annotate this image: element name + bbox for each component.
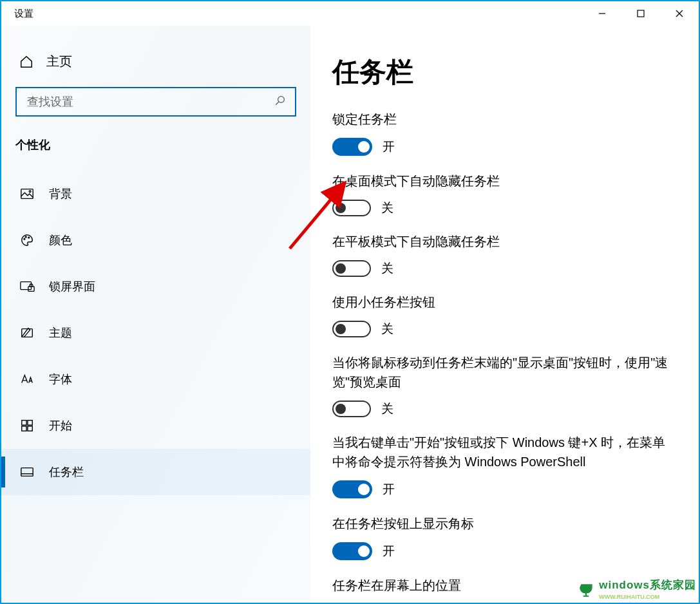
sidebar-item-colors[interactable]: 颜色 [1,217,310,263]
maximize-icon [636,9,645,18]
home-icon [19,55,33,69]
toggle-row: 开 [332,138,677,156]
close-icon [675,9,684,18]
sidebar-item-label: 背景 [49,186,72,202]
sidebar-nav: 背景 颜色 锁屏界面 [1,171,310,495]
toggle-state: 开 [383,543,395,560]
sidebar-item-lockscreen[interactable]: 锁屏界面 [1,263,310,310]
toggle-row: 关 [332,401,677,417]
svg-rect-17 [28,426,32,431]
setting-label: 在任务栏按钮上显示角标 [332,514,677,533]
search-box[interactable] [15,87,296,117]
svg-point-8 [24,238,25,240]
svg-rect-16 [22,426,26,431]
home-label: 主页 [46,53,72,70]
setting-label: 当我右键单击"开始"按钮或按下 Windows 键+X 时，在菜单中将命令提示符… [332,433,677,471]
close-button[interactable] [660,1,699,26]
sidebar-section-header: 个性化 [1,131,310,159]
toggle-powershell[interactable] [332,480,372,498]
titlebar: 设置 [1,1,699,26]
maximize-button[interactable] [621,1,660,26]
setting-badges: 在任务栏按钮上显示角标 开 [332,514,677,560]
toggle-peek-desktop[interactable] [332,401,371,417]
sidebar: 主页 个性化 背景 [1,26,310,603]
sidebar-item-label: 开始 [49,418,72,433]
toggle-state: 开 [383,481,395,498]
content-area: 主页 个性化 背景 [1,26,699,603]
toggle-row: 开 [332,542,677,560]
sidebar-item-start[interactable]: 开始 [1,402,310,449]
taskbar-icon [19,465,35,479]
toggle-row: 关 [332,200,677,216]
window-title: 设置 [14,8,33,20]
setting-label: 在平板模式下自动隐藏任务栏 [332,232,677,251]
page-title: 任务栏 [332,54,677,90]
watermark-sub1: 系统家园 [650,579,696,591]
sidebar-item-background[interactable]: 背景 [1,171,310,217]
watermark-text: windows系统家园 WWW.RUIHAITU.COM [599,580,696,600]
minimize-button[interactable] [583,1,621,26]
main-panel: 任务栏 锁定任务栏 开 在桌面模式下自动隐藏任务栏 关 在平板模式下自动隐藏任务… [310,26,699,603]
palette-icon [19,233,35,247]
picture-icon [19,187,35,201]
svg-point-7 [29,191,31,193]
toggle-badges[interactable] [332,542,372,560]
start-icon [19,419,35,433]
svg-rect-1 [638,10,644,17]
setting-autohide-desktop: 在桌面模式下自动隐藏任务栏 关 [332,171,677,216]
toggle-state: 关 [381,200,393,216]
toggle-small-buttons[interactable] [332,321,371,337]
svg-point-9 [25,236,26,238]
toggle-row: 关 [332,260,677,277]
svg-point-10 [28,237,30,238]
toggle-autohide-desktop[interactable] [332,200,371,216]
setting-powershell: 当我右键单击"开始"按钮或按下 Windows 键+X 时，在菜单中将命令提示符… [332,433,677,498]
setting-label: 在桌面模式下自动隐藏任务栏 [332,171,677,191]
sidebar-item-fonts[interactable]: 字体 [1,356,310,402]
svg-line-5 [276,102,279,105]
search-input[interactable] [26,95,260,109]
setting-label: 使用小任务栏按钮 [332,292,677,312]
svg-point-4 [278,96,285,102]
sidebar-item-label: 锁屏界面 [49,279,95,294]
toggle-state: 关 [381,260,393,277]
setting-peek-desktop: 当你将鼠标移动到任务栏末端的"显示桌面"按钮时，使用"速览"预览桌面 关 [332,353,677,417]
watermark-sub2: WWW.RUIHAITU.COM [599,594,659,600]
toggle-state: 关 [381,401,393,417]
watermark-brand: windows [599,579,650,591]
lockscreen-icon [19,279,35,294]
sidebar-item-label: 字体 [49,372,72,387]
setting-small-buttons: 使用小任务栏按钮 关 [332,292,677,337]
watermark-logo-icon [578,581,595,598]
sidebar-item-label: 任务栏 [49,464,84,480]
font-icon [19,372,35,386]
sidebar-item-themes[interactable]: 主题 [1,310,310,356]
sidebar-home[interactable]: 主页 [1,45,310,78]
toggle-state: 关 [381,321,393,337]
window-controls [583,1,699,26]
svg-rect-18 [21,468,33,477]
toggle-row: 关 [332,321,677,337]
toggle-state: 开 [383,138,395,155]
search-icon [274,95,286,109]
minimize-icon [598,9,607,18]
sidebar-item-label: 颜色 [49,232,72,248]
settings-window: 设置 主页 [0,0,700,604]
sidebar-item-taskbar[interactable]: 任务栏 [1,449,310,495]
toggle-lock-taskbar[interactable] [332,138,372,156]
svg-rect-14 [22,420,26,425]
toggle-row: 开 [332,480,677,498]
toggle-autohide-tablet[interactable] [332,260,371,277]
setting-label: 当你将鼠标移动到任务栏末端的"显示桌面"按钮时，使用"速览"预览桌面 [332,353,677,392]
setting-autohide-tablet: 在平板模式下自动隐藏任务栏 关 [332,232,677,277]
svg-rect-15 [28,420,32,425]
theme-icon [19,326,35,340]
setting-lock-taskbar: 锁定任务栏 开 [332,109,677,156]
setting-label: 锁定任务栏 [332,109,677,129]
sidebar-item-label: 主题 [49,325,72,341]
watermark: windows系统家园 WWW.RUIHAITU.COM [578,580,696,600]
search-wrap [15,87,296,117]
